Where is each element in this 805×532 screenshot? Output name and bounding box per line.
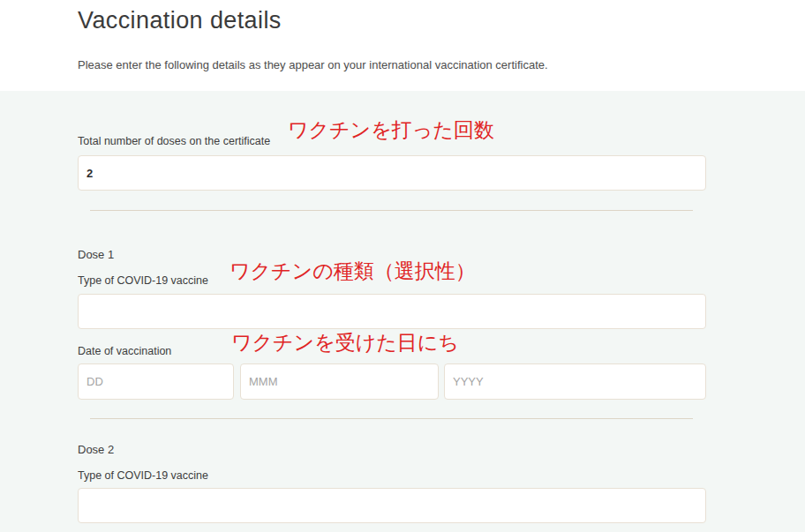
dose1-date-year-input[interactable] bbox=[444, 363, 706, 400]
dose2-heading: Dose 2 bbox=[78, 443, 114, 456]
dose1-date-month-input[interactable] bbox=[240, 363, 439, 400]
total-doses-annotation: ワクチンを打った回数 bbox=[288, 116, 494, 144]
dose1-date-label: Date of vaccination bbox=[78, 345, 171, 357]
page-subtitle: Please enter the following details as th… bbox=[78, 58, 548, 71]
divider bbox=[90, 418, 693, 419]
total-doses-input[interactable] bbox=[78, 155, 706, 191]
dose1-vaccine-type-input[interactable] bbox=[78, 294, 706, 329]
dose2-vaccine-type-label: Type of COVID-19 vaccine bbox=[78, 469, 208, 482]
dose1-vaccine-type-label: Type of COVID-19 vaccine bbox=[78, 274, 208, 287]
dose2-vaccine-type-input[interactable] bbox=[78, 488, 706, 523]
dose1-vaccine-type-annotation: ワクチンの種類（選択性） bbox=[229, 258, 476, 285]
total-doses-label: Total number of doses on the certificate bbox=[78, 135, 270, 147]
dose1-date-day-input[interactable] bbox=[78, 363, 234, 400]
dose1-date-annotation: ワクチンを受けた日にち bbox=[231, 329, 459, 356]
vaccination-details-page: Vaccination details Please enter the fol… bbox=[0, 0, 805, 532]
divider bbox=[90, 210, 693, 211]
dose1-heading: Dose 1 bbox=[78, 248, 114, 261]
page-title: Vaccination details bbox=[78, 7, 282, 34]
